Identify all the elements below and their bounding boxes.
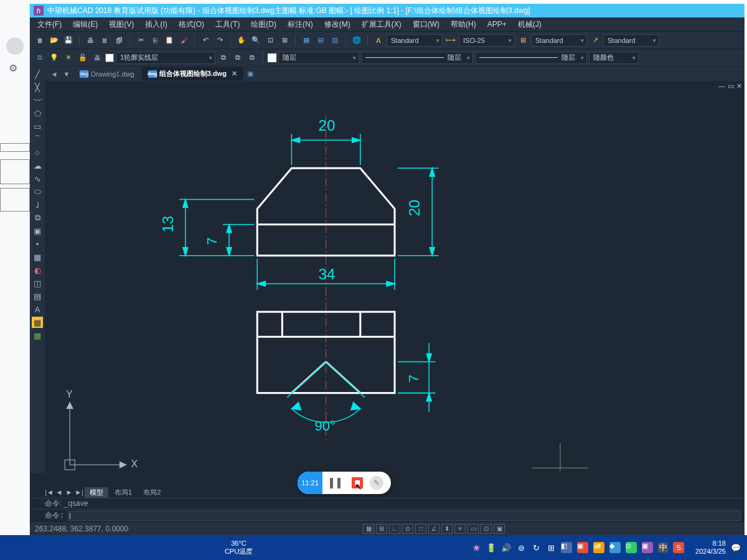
revcloud-icon[interactable]: ☁ [32, 160, 43, 171]
model-tab[interactable]: 模型 [85, 487, 108, 498]
pan-icon[interactable]: ✋ [235, 34, 248, 47]
undo-icon[interactable]: ↶ [199, 34, 212, 47]
dim-style-dropdown[interactable]: ISO-25 [459, 34, 515, 47]
tab-menu-icon[interactable]: ▼ [61, 70, 72, 78]
table-style-dropdown[interactable]: Standard [531, 34, 587, 47]
redo-icon[interactable]: ↷ [214, 34, 226, 47]
screen-recorder[interactable]: 11:21 ▌▌ ↖ ✎ [298, 472, 391, 494]
circle-icon[interactable]: ○ [32, 147, 43, 158]
layout1-tab[interactable]: 布局1 [110, 487, 137, 498]
globe-icon[interactable]: 🌐 [350, 34, 363, 47]
menu-mechanical[interactable]: 机械(J) [518, 19, 542, 30]
line-icon[interactable]: ╱ [32, 68, 43, 80]
point-icon[interactable]: • [32, 238, 43, 250]
ann-toggle[interactable]: ▣ [494, 524, 505, 534]
bulb-icon[interactable]: 💡 [48, 52, 60, 64]
tray-app-2[interactable]: ▣ [577, 542, 588, 553]
model-toggle[interactable]: ▭ [467, 524, 479, 534]
plot-icon[interactable]: 🖶 [91, 52, 103, 64]
tool3-icon[interactable]: ▥ [329, 34, 341, 47]
save-icon[interactable]: 💾 [62, 34, 75, 47]
layer-manager-icon[interactable]: ⧉ [34, 52, 46, 64]
close-icon[interactable]: ✕ [232, 70, 237, 78]
plotstyle-dropdown[interactable]: 随颜色 [589, 52, 639, 64]
flower-icon[interactable]: ❀ [471, 543, 481, 553]
snap-toggle[interactable]: ⊞ [376, 524, 387, 534]
tray-app-1[interactable]: ◧ [561, 542, 572, 553]
menu-edit[interactable]: 编辑(E) [73, 19, 98, 30]
layer-dropdown[interactable]: 1轮廓实线层 [116, 52, 215, 64]
ortho-toggle[interactable]: ∟ [389, 524, 400, 534]
ellipse-arc-icon[interactable]: ⤸ [32, 199, 43, 210]
drawing-area[interactable]: — ▭ ✕ X Y [45, 81, 745, 487]
wifi-icon[interactable]: ⊚ [516, 543, 526, 553]
table-style-icon[interactable]: ⊞ [517, 34, 529, 47]
print-icon[interactable]: 🖶 [84, 34, 96, 47]
new-icon[interactable]: 🗎 [34, 34, 46, 47]
prev-icon[interactable]: ◄ [55, 488, 63, 496]
layer-prev-icon[interactable]: ⧉ [217, 52, 230, 64]
gradient-icon[interactable]: ◐ [32, 264, 43, 276]
menu-format[interactable]: 格式(O) [179, 19, 204, 30]
menu-window[interactable]: 窗口(W) [413, 19, 439, 30]
notifications-icon[interactable]: 💬 [731, 543, 741, 553]
sync-icon[interactable]: ↻ [531, 543, 541, 553]
open-icon[interactable]: 📂 [48, 34, 60, 47]
tab-prev-icon[interactable]: ◄ [49, 70, 60, 78]
text-icon[interactable]: A [32, 304, 43, 315]
last-icon[interactable]: ►| [75, 488, 83, 496]
tray-app-4[interactable]: ◆ [609, 542, 621, 553]
tool2-icon[interactable]: ▤ [314, 34, 327, 47]
zoom-icon[interactable]: 🔍 [250, 34, 262, 47]
lwt-toggle[interactable]: ≡ [454, 524, 466, 534]
pline-icon[interactable]: 〰 [32, 95, 43, 106]
zoom-extents-icon[interactable]: ⊞ [278, 34, 291, 47]
color-swatch[interactable] [268, 54, 276, 62]
dyn-toggle[interactable]: ⬍ [441, 524, 453, 534]
menu-help[interactable]: 帮助(H) [451, 19, 476, 30]
copy-icon[interactable]: ⎘ [149, 34, 161, 47]
drawing-canvas[interactable]: X Y [45, 81, 745, 487]
clock[interactable]: 8:18 2024/3/25 [695, 539, 726, 556]
menu-draw[interactable]: 绘图(D) [251, 19, 276, 30]
osnap-toggle[interactable]: □ [415, 524, 426, 534]
mleader-style-icon[interactable]: ↗ [589, 34, 601, 47]
grid-toggle[interactable]: ▦ [363, 524, 374, 534]
layer-color-swatch[interactable] [105, 54, 114, 62]
mleader-style-dropdown[interactable]: Standard [603, 34, 659, 47]
menu-file[interactable]: 文件(F) [37, 19, 62, 30]
zoom-window-icon[interactable]: ⊡ [264, 34, 276, 47]
battery-icon[interactable]: 🔋 [486, 543, 496, 553]
shield-icon[interactable]: ⊞ [546, 543, 556, 553]
menu-modify[interactable]: 修改(M) [324, 19, 350, 30]
weather-widget[interactable]: 36°C CPU温度 [225, 539, 253, 556]
addon-icon[interactable]: ▦ [32, 330, 43, 341]
publish-icon[interactable]: 🗐 [113, 34, 125, 47]
file-tab-1[interactable]: dwg Drawing1.dwg [73, 68, 141, 80]
polygon-icon[interactable]: ⬠ [32, 108, 43, 119]
lock-icon[interactable]: 🔓 [77, 52, 89, 64]
ellipse-icon[interactable]: ⬭ [32, 186, 43, 197]
menu-tools[interactable]: 工具(T) [215, 19, 240, 30]
text-style-dropdown[interactable]: Standard [387, 34, 443, 47]
tray-app-6[interactable]: ▣ [642, 542, 653, 553]
match-icon[interactable]: 🖌 [177, 34, 190, 47]
layout2-tab[interactable]: 布局2 [138, 487, 166, 498]
hatch-icon[interactable]: ▦ [32, 251, 43, 263]
layer-iso-icon[interactable]: ⧉ [246, 52, 258, 64]
lineweight-dropdown[interactable]: 随层 [475, 52, 587, 64]
color-dropdown[interactable]: 随层 [278, 52, 359, 64]
menu-view[interactable]: 视图(V) [109, 19, 134, 30]
spline-icon[interactable]: ∿ [32, 173, 43, 184]
text-style-icon[interactable]: A [372, 34, 385, 47]
layer-states-icon[interactable]: ⧉ [232, 52, 244, 64]
cut-icon[interactable]: ✂ [134, 34, 147, 47]
first-icon[interactable]: |◄ [45, 488, 54, 496]
ime-lang[interactable]: 中 [658, 543, 668, 553]
tool1-icon[interactable]: ▦ [300, 34, 312, 47]
table-icon[interactable]: ▤ [32, 291, 43, 302]
paste-icon[interactable]: 📋 [163, 34, 176, 47]
command-input[interactable] [68, 511, 741, 521]
rect-icon[interactable]: ▭ [32, 121, 43, 132]
polar-toggle[interactable]: ⊙ [402, 524, 413, 534]
